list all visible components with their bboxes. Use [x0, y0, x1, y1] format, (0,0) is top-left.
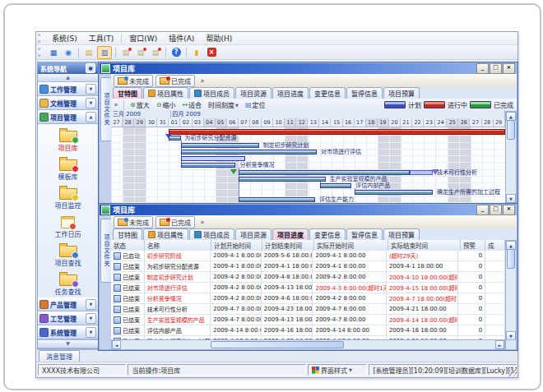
gantt-tool-缩小[interactable]: ⊖缩小: [153, 100, 179, 109]
menu-item-4[interactable]: 插件(A): [163, 33, 200, 44]
gantt-folder-tab-未完成[interactable]: 未完成: [114, 75, 153, 87]
sidebar-group-4[interactable]: 产品管理▼: [38, 297, 98, 311]
scroll-thumb[interactable]: [507, 120, 515, 140]
lock-icon[interactable]: ▮: [190, 47, 203, 58]
scroll-thumb[interactable]: [211, 341, 344, 348]
gantt-tab-项目预算[interactable]: 项目预算: [383, 87, 420, 99]
minimize-button[interactable]: _: [476, 205, 489, 215]
table-window-titlebar[interactable]: 项目库 _ □ ×: [100, 205, 517, 215]
gantt-tool-适合[interactable]: ↔适合: [179, 100, 205, 109]
column-header-状态[interactable]: 状态: [111, 240, 145, 251]
table-row-4[interactable]: 已结束对市场进行评估2009-4-2 8:00:002009-4-13 18:0…: [111, 283, 505, 293]
sidebar-item-任务查找[interactable]: 任务查找: [55, 271, 81, 296]
gantt-toolbar-more-button[interactable]: »: [111, 100, 121, 110]
table-horizontal-scrollbar[interactable]: ◄►: [111, 339, 505, 350]
gantt-bar-确定生产所需的加工过程[interactable]: [355, 190, 433, 195]
report-open-icon[interactable]: ▤: [134, 47, 147, 58]
resize-grip[interactable]: [508, 368, 517, 376]
close-button[interactable]: ×: [503, 205, 515, 215]
exit-icon[interactable]: ×: [205, 47, 218, 58]
progress-folder-tab-未完成[interactable]: 未完成: [114, 216, 153, 228]
column-header-成[interactable]: 成: [485, 240, 505, 251]
menu-grip[interactable]: [38, 34, 43, 43]
save-icon[interactable]: ▥: [97, 46, 112, 59]
maximize-button[interactable]: □: [490, 205, 502, 215]
gantt-tab-项目进度[interactable]: 项目进度: [272, 87, 309, 99]
gantt-more-tabs-button[interactable]: »: [197, 76, 207, 85]
sidebar-group-3[interactable]: 项目管理▲: [38, 110, 98, 124]
gantt-bar-对市场进行评估[interactable]: [181, 150, 318, 154]
pin-icon[interactable]: ●: [86, 63, 95, 73]
sidebar-group-6[interactable]: 系统管理▼: [38, 325, 98, 339]
ui-style-button[interactable]: 界面样式 ▼: [308, 364, 367, 376]
table-row-7[interactable]: 已结束生产实验室规模的产品2009-4-7 8:00:002009-4-13 1…: [111, 315, 505, 325]
gantt-bar-unnamed[interactable]: [181, 156, 246, 161]
scroll-left-arrow[interactable]: ◄: [112, 340, 121, 349]
chevron-down-icon[interactable]: ▼: [86, 299, 96, 310]
sidebar-bottom-strip[interactable]: ▼: [38, 339, 98, 348]
gantt-bar-分析竞争情况[interactable]: [181, 163, 236, 168]
tab-message-management[interactable]: 消息管理: [39, 350, 80, 362]
folder-icon[interactable]: ▤: [82, 47, 95, 58]
gantt-tab-项目成员[interactable]: 项目成员: [189, 87, 234, 99]
gantt-tool-定位[interactable]: ▤定位: [242, 100, 269, 109]
table-vertical-scrollbar[interactable]: ▲▼: [505, 240, 517, 341]
sidebar-group-2[interactable]: 文档管理▼: [38, 96, 98, 110]
toolbar-grip[interactable]: [38, 48, 43, 57]
chevron-down-icon[interactable]: ▼: [86, 327, 96, 338]
table-row-3[interactable]: 已结束制定初步研究计划2009-4-2 8:00:002009-4-8 18:0…: [111, 272, 505, 283]
table-row-8[interactable]: 已结束评估内部产品2009-4-14 8:00:002009-4-16 18:0…: [111, 325, 505, 336]
sidebar-item-项目库[interactable]: 项目库: [58, 127, 78, 152]
system-monitor-icon[interactable]: ▦: [47, 47, 60, 58]
gantt-bar-初步研究阶段[interactable]: [169, 129, 505, 135]
gantt-tool-时间刻度[interactable]: 时间刻度▼: [205, 100, 242, 109]
progress-tab-项目属性[interactable]: 项目属性: [143, 228, 188, 240]
chevron-down-icon[interactable]: ▼: [86, 313, 96, 324]
column-header-预警[interactable]: 预警: [461, 240, 485, 251]
scroll-down-arrow[interactable]: ▼: [506, 194, 516, 203]
sidebar-item-模板库[interactable]: 模板库: [58, 156, 78, 181]
gantt-window-titlebar[interactable]: 项目库 _ □ ×: [100, 63, 517, 74]
gantt-tab-甘特图[interactable]: 甘特图: [113, 87, 142, 99]
scroll-right-arrow[interactable]: ►: [495, 340, 504, 349]
gantt-tab-变更信息[interactable]: 变更信息: [309, 87, 346, 99]
progress-tab-项目成员[interactable]: 项目成员: [189, 228, 234, 240]
progress-tab-变更信息[interactable]: 变更信息: [309, 228, 346, 240]
table-row-5[interactable]: 已结束分析竞争情况2009-4-2 8:00:002009-4-6 18:00:…: [111, 293, 505, 304]
column-header-名称[interactable]: 名称: [145, 240, 211, 251]
gantt-bar-技术可行性分析[interactable]: [239, 170, 410, 175]
progress-more-tabs-button[interactable]: »: [197, 217, 207, 227]
progress-folder-tab-已完成[interactable]: 已完成: [155, 216, 195, 228]
column-header-实际开始时间[interactable]: 实际开始时间: [314, 240, 388, 251]
table-row-2[interactable]: 已结束为初步研究分配资源2009-4-1 8:00:002009-4-1 18:…: [111, 261, 505, 272]
progress-tab-项目预算[interactable]: 项目预算: [383, 228, 420, 240]
chevron-down-icon[interactable]: ▼: [86, 84, 96, 95]
close-button[interactable]: ×: [503, 63, 515, 74]
minimize-button[interactable]: _: [476, 63, 489, 74]
gantt-bar-为初步研究分配资源[interactable]: [169, 136, 180, 141]
sidebar-item-工作日历[interactable]: 工作日历: [55, 214, 81, 238]
sidebar-group-5[interactable]: 工艺管理▼: [38, 311, 98, 325]
gantt-folder-tab-已完成[interactable]: 已完成: [155, 75, 195, 87]
menu-item-5[interactable]: 帮助(H): [200, 33, 238, 44]
chevron-down-icon[interactable]: ▼: [86, 98, 96, 108]
gantt-bar-评估生产能力[interactable]: [239, 197, 315, 202]
maximize-button[interactable]: □: [490, 63, 502, 74]
web-icon[interactable]: ◉: [62, 47, 75, 58]
menu-item-2[interactable]: 工具(T): [83, 33, 120, 44]
progress-tab-项目进度[interactable]: 项目进度: [272, 228, 309, 240]
menu-item-1[interactable]: 系统(S): [46, 33, 83, 44]
progress-tab-暂停信息[interactable]: 暂停信息: [346, 228, 383, 240]
column-header-计划开始时间[interactable]: 计划开始时间: [211, 240, 262, 251]
progress-tab-项目资源[interactable]: 项目资源: [235, 228, 272, 240]
column-header-计划结束时间[interactable]: 计划结束时间: [262, 240, 314, 251]
table-row-1[interactable]: 已启动初步研究阶段2009-4-1 8:00:002009-5-6 18:00:…: [111, 251, 505, 261]
gantt-tab-项目属性[interactable]: 项目属性: [143, 87, 188, 99]
chevron-up-icon[interactable]: ▲: [86, 112, 96, 122]
report-new-icon[interactable]: ▤: [119, 47, 132, 58]
side-tab-project-folder[interactable]: 项目文件夹: [100, 77, 112, 141]
gantt-vertical-scrollbar[interactable]: ▲▼: [505, 111, 517, 204]
help-icon[interactable]: ?: [169, 47, 183, 58]
gantt-tab-暂停信息[interactable]: 暂停信息: [346, 87, 383, 99]
sidebar-collapse-strip[interactable]: ▲: [38, 74, 98, 82]
